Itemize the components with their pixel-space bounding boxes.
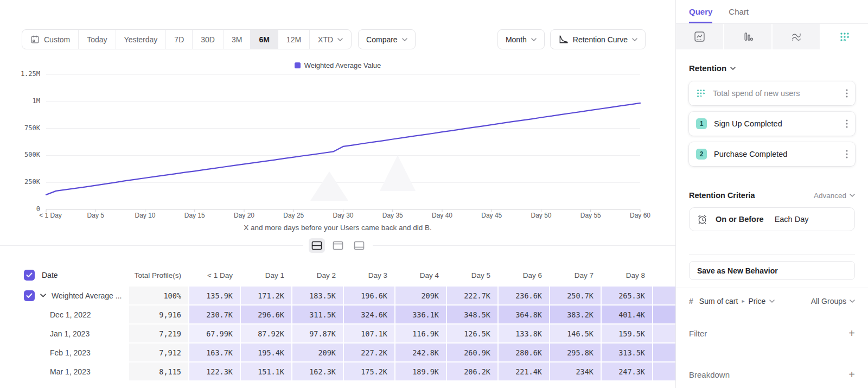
retention-value-cell: 209K [292,344,343,361]
tab-query[interactable]: Query [689,0,712,23]
chart-legend[interactable]: Weighted Average Value [0,61,675,69]
date-cell: Mar 1, 2023 [0,362,129,381]
window-label: Each Day [775,215,809,224]
retention-value-cell: 348.5K [447,306,497,323]
granularity-button[interactable]: Month [497,29,545,49]
step-card-2[interactable]: 2 Purchase Completed [689,142,855,166]
range-button-custom[interactable]: Custom [22,30,78,49]
range-button-3m[interactable]: 3M [223,30,250,49]
calendar-icon [30,35,40,44]
tab-chart[interactable]: Chart [729,0,749,23]
table-row[interactable]: Feb 1, 20237,912163.7K195.4K209K227.2K24… [0,343,675,362]
total-profiles-header: Total Profile(s) [129,271,189,279]
retention-value-cell: 401.4K [602,306,652,323]
range-button-12m[interactable]: 12M [278,30,309,49]
retention-curve-icon [558,34,569,44]
numeric-property-icon: # [689,297,693,306]
line-chart-type-button[interactable] [676,24,723,49]
all-groups-dropdown[interactable]: All Groups [811,297,855,306]
chart-only-toggle[interactable] [330,238,346,253]
chevron-down-icon [850,300,855,303]
row-label: Mar 1, 2023 [50,367,91,376]
table-only-toggle[interactable] [351,238,367,253]
row-checkbox[interactable] [24,290,35,301]
kebab-menu-icon[interactable] [846,119,848,128]
flow-chart-type-button[interactable] [773,24,820,49]
retention-chart-type-button[interactable] [821,24,868,49]
row-label: Weighted Average ... [52,291,122,300]
retention-value-cell: 116.9K [395,325,446,342]
y-tick-label: 500K [15,151,40,158]
layout-toggle-group [303,238,373,253]
retention-table: Date Total Profile(s) < 1 DayDay 1Day 2D… [0,264,675,381]
advanced-label: Advanced [814,192,846,200]
table-row[interactable]: Mar 1, 20238,115122.3K151.1K162.3K175.2K… [0,362,675,381]
day-column-header: Day 6 [498,271,550,279]
query-builder: Retention Total spend of new users 1 Sig… [676,63,868,380]
chart-only-icon [333,241,343,250]
retention-value-cell: 146.5K [550,325,601,342]
bar-chart-icon [742,31,754,42]
expand-chevron-icon[interactable] [40,294,46,297]
select-all-checkbox[interactable] [24,270,35,281]
save-as-new-behavior-button[interactable]: Save as New Behavior [689,261,855,280]
chart-style-button[interactable]: Retention Curve [550,29,646,49]
retention-value-cell: 313.5K [602,344,652,361]
x-tick-label: Day 10 [135,212,155,219]
x-tick-label: Day 30 [333,212,353,219]
advanced-dropdown[interactable]: Advanced [814,192,855,200]
retention-value-cell: 195.4K [241,344,291,361]
range-button-6m[interactable]: 6M [250,30,277,49]
x-tick-label: Day 25 [283,212,304,219]
retention-curve-svg [0,71,675,221]
condition-label: On or Before [716,215,764,224]
x-tick-label: Day 60 [630,212,650,219]
total-profiles-cell: 7,219 [129,325,188,342]
table-row[interactable]: Jan 1, 20237,21967.99K87.92K97.87K107.1K… [0,324,675,343]
retention-value-cell: 247.3K [602,362,652,380]
retention-value-cell: 135.9K [189,287,240,304]
kebab-menu-icon[interactable] [846,89,848,98]
criteria-condition-card[interactable]: On or Before Each Day [689,207,855,231]
retention-section-label: Retention [689,63,726,73]
range-button-xtd[interactable]: XTD [309,30,351,49]
step-number-badge: 1 [696,118,707,129]
table-row[interactable]: Weighted Average ...100%135.9K171.2K183.… [0,286,675,305]
x-tick-label: < 1 Day [39,212,62,219]
retention-chart: 1.25M1M750K500K250K0 < 1 DayDay 5Day 10D… [0,71,675,221]
step-card-1[interactable]: 1 Sign Up Completed [689,112,855,136]
y-tick-label: 750K [15,124,40,132]
measure-property-dropdown[interactable]: Sum of cart ▸ Price [699,297,775,306]
total-profiles-cell: 9,916 [129,306,188,323]
add-filter-icon[interactable]: + [848,328,855,339]
retention-value-cell: 236.6K [499,287,549,304]
split-view-toggle[interactable] [309,238,325,253]
compare-label: Compare [366,35,398,44]
retention-section-header[interactable]: Retention [689,63,855,73]
chevron-down-icon [769,300,775,303]
clipped-day9-cell [653,287,675,304]
date-cell: Jan 1, 2023 [0,324,129,343]
range-button-30d[interactable]: 30D [192,30,223,49]
range-button-7d[interactable]: 7D [165,30,192,49]
row-label: Feb 1, 2023 [50,348,91,357]
measure-row: # Sum of cart ▸ Price All Groups [676,288,868,314]
filter-label: Filter [689,329,707,338]
behavior-card[interactable]: Total spend of new users [689,81,855,105]
x-tick-label: Day 15 [184,212,205,219]
query-sidebar: Query Chart [675,0,868,388]
split-view-icon [311,241,322,250]
bar-chart-type-button[interactable] [724,24,771,49]
range-label: Custom [44,35,70,44]
range-button-today[interactable]: Today [78,30,115,49]
row-label: Dec 1, 2022 [50,310,91,319]
retention-value-cell: 364.8K [499,306,549,323]
range-button-yesterday[interactable]: Yesterday [116,30,166,49]
chevron-down-icon [730,67,736,70]
table-row[interactable]: Dec 1, 20229,916230.7K296.6K311.5K324.6K… [0,305,675,324]
add-breakdown-icon[interactable]: + [848,369,855,380]
day-column-header: Day 1 [240,271,292,279]
compare-button[interactable]: Compare [358,29,416,49]
kebab-menu-icon[interactable] [846,150,848,158]
clipped-day9-cell [653,362,675,380]
